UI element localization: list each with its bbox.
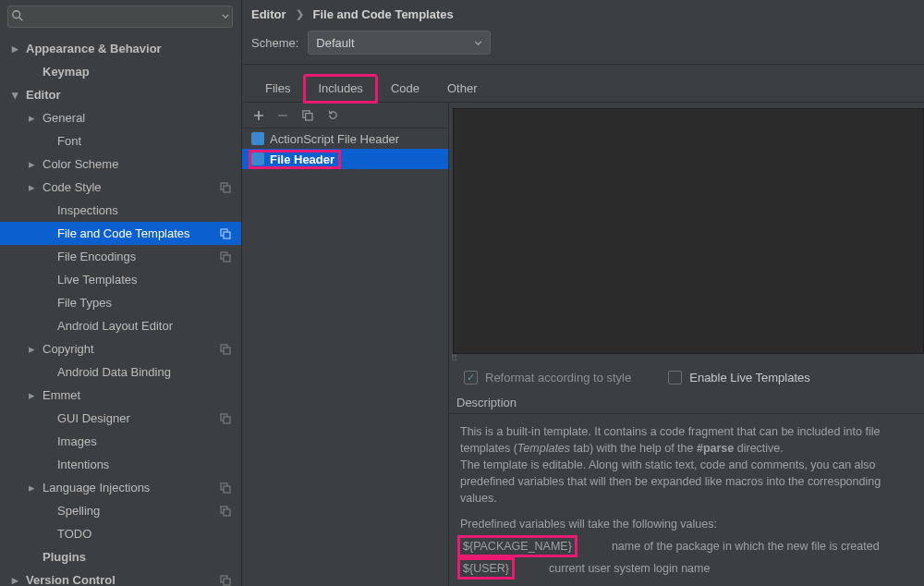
- search-input[interactable]: [7, 6, 233, 28]
- desc-p1b: tab) with the help of the: [570, 442, 697, 455]
- svg-rect-13: [224, 486, 230, 493]
- search-icon: [11, 9, 24, 22]
- sidebar-item-android-data-binding[interactable]: ▸Android Data Binding: [0, 360, 241, 384]
- sidebar-item-file-and-code-templates[interactable]: ▸File and Code Templates: [0, 222, 241, 245]
- variable-desc: name of the package in which the new fil…: [612, 538, 880, 555]
- chevron-right-icon: ▸: [9, 42, 20, 55]
- sidebar-item-label: General: [43, 111, 85, 125]
- svg-rect-19: [306, 114, 312, 120]
- scope-icon: [219, 250, 232, 263]
- sidebar-item-keymap[interactable]: ▸Keymap: [0, 60, 241, 83]
- reformat-label: Reformat according to style: [485, 371, 631, 385]
- sidebar-item-label: Font: [57, 134, 81, 148]
- checkbox-icon: [668, 371, 682, 385]
- sidebar-item-label: Version Control: [26, 573, 116, 586]
- sidebar-item-gui-designer[interactable]: ▸GUI Designer: [0, 407, 241, 430]
- sidebar-item-emmet[interactable]: ▸Emmet: [0, 384, 241, 407]
- sidebar-item-font[interactable]: ▸Font: [0, 129, 241, 153]
- tab-files[interactable]: Files: [251, 75, 304, 103]
- sidebar-item-label: Android Data Binding: [57, 365, 171, 379]
- chevron-down-icon: ▾: [9, 88, 20, 102]
- sidebar-item-label: Editor: [26, 88, 61, 102]
- sidebar-item-copyright[interactable]: ▸Copyright: [0, 337, 241, 360]
- templates-toolbar: [242, 103, 448, 128]
- sidebar-item-live-templates[interactable]: ▸Live Templates: [0, 268, 241, 291]
- sidebar-item-label: TODO: [57, 527, 91, 541]
- svg-point-0: [13, 11, 20, 18]
- scope-icon: [219, 343, 232, 356]
- sidebar-item-android-layout-editor[interactable]: ▸Android Layout Editor: [0, 314, 241, 337]
- sidebar-item-label: Intentions: [57, 458, 109, 471]
- template-item-actionscript-file-header[interactable]: ActionScript File Header: [242, 128, 448, 149]
- sidebar-item-plugins[interactable]: ▸Plugins: [0, 545, 241, 568]
- template-editor[interactable]: [453, 108, 924, 354]
- desc-p2: The template is editable. Along with sta…: [460, 458, 881, 505]
- tab-other[interactable]: Other: [433, 75, 492, 103]
- sidebar-item-intentions[interactable]: ▸Intentions: [0, 453, 241, 476]
- editor-pane: ⠿ Reformat according to style Enable Liv…: [449, 103, 924, 586]
- settings-tree[interactable]: ▸Appearance & Behavior▸Keymap▾Editor▸Gen…: [0, 35, 241, 586]
- sidebar-item-spelling[interactable]: ▸Spelling: [0, 499, 241, 522]
- chevron-down-icon[interactable]: [222, 14, 229, 18]
- templates-pane: ActionScript File HeaderFile Header: [242, 103, 449, 586]
- scheme-label: Scheme:: [251, 36, 298, 50]
- scope-icon: [219, 227, 232, 240]
- sidebar-item-version-control[interactable]: ▸Version Control: [0, 568, 241, 586]
- settings-sidebar: ▸Appearance & Behavior▸Keymap▾Editor▸Gen…: [0, 0, 242, 586]
- template-list[interactable]: ActionScript File HeaderFile Header: [242, 128, 448, 586]
- sidebar-item-images[interactable]: ▸Images: [0, 430, 241, 453]
- template-item-file-header[interactable]: File Header: [242, 149, 448, 169]
- template-highlight: File Header: [251, 153, 338, 166]
- file-icon: [251, 132, 264, 145]
- svg-rect-5: [224, 232, 230, 238]
- chevron-down-icon: [474, 41, 482, 45]
- tab-includes[interactable]: Includes: [304, 75, 376, 103]
- checkbox-icon: [464, 371, 478, 385]
- options-row: Reformat according to style Enable Live …: [449, 361, 924, 392]
- sidebar-item-file-types[interactable]: ▸File Types: [0, 291, 241, 314]
- sidebar-item-label: Android Layout Editor: [57, 319, 173, 333]
- chevron-right-icon: ▸: [26, 111, 37, 125]
- desc-bold: #parse: [697, 442, 734, 455]
- copy-button[interactable]: [301, 109, 313, 121]
- revert-button[interactable]: [326, 109, 338, 121]
- sidebar-item-file-encodings[interactable]: ▸File Encodings: [0, 245, 241, 268]
- chevron-right-icon: ▸: [9, 573, 20, 586]
- sidebar-item-label: Keymap: [43, 65, 90, 79]
- reformat-checkbox[interactable]: Reformat according to style: [464, 371, 631, 385]
- sidebar-item-label: Color Scheme: [43, 157, 118, 171]
- sidebar-item-language-injections[interactable]: ▸Language Injections: [0, 476, 241, 499]
- scheme-dropdown[interactable]: Default: [308, 31, 491, 55]
- sidebar-item-label: Code Style: [43, 180, 102, 194]
- svg-rect-3: [224, 186, 230, 192]
- template-label: File Header: [270, 153, 334, 166]
- scheme-row: Scheme: Default: [242, 25, 924, 64]
- sidebar-item-label: Appearance & Behavior: [26, 42, 162, 55]
- sidebar-item-todo[interactable]: ▸TODO: [0, 522, 241, 545]
- svg-rect-15: [224, 509, 230, 516]
- main-panel: Editor ❯ File and Code Templates Scheme:…: [242, 0, 924, 586]
- sidebar-item-label: Copyright: [43, 342, 94, 356]
- sidebar-item-label: Emmet: [43, 388, 80, 402]
- scheme-value: Default: [316, 36, 354, 50]
- variable-row: ${PACKAGE_NAME}name of the package in wh…: [460, 538, 915, 555]
- add-button[interactable]: [253, 110, 264, 121]
- scope-icon: [219, 181, 232, 194]
- sidebar-item-general[interactable]: ▸General: [0, 106, 241, 129]
- sidebar-item-color-scheme[interactable]: ▸Color Scheme: [0, 153, 241, 176]
- remove-button[interactable]: [277, 110, 288, 121]
- sidebar-item-appearance-behavior[interactable]: ▸Appearance & Behavior: [0, 37, 241, 60]
- sidebar-item-inspections[interactable]: ▸Inspections: [0, 199, 241, 222]
- description-heading: Description: [449, 392, 924, 413]
- sidebar-item-editor[interactable]: ▾Editor: [0, 83, 241, 106]
- variables-table: ${PACKAGE_NAME}name of the package in wh…: [460, 538, 915, 577]
- live-templates-checkbox[interactable]: Enable Live Templates: [668, 371, 810, 385]
- desc-p1c: directive.: [734, 442, 784, 455]
- sidebar-item-label: Plugins: [43, 550, 86, 564]
- live-templates-label: Enable Live Templates: [689, 371, 810, 385]
- sidebar-item-label: GUI Designer: [57, 411, 130, 425]
- tab-code[interactable]: Code: [377, 75, 433, 103]
- splitter-handle[interactable]: ⠿: [449, 354, 924, 361]
- sidebar-item-code-style[interactable]: ▸Code Style: [0, 176, 241, 199]
- scope-icon: [219, 505, 232, 518]
